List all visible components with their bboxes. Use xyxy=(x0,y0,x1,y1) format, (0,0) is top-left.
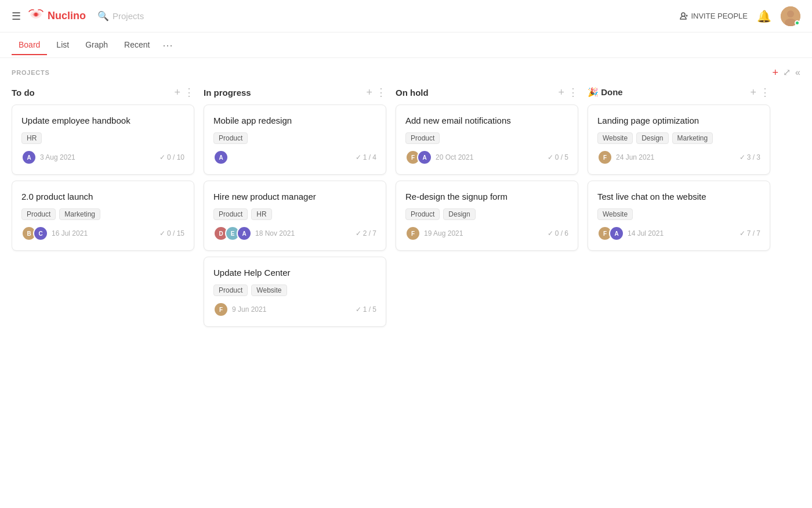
column-header-in-progress: In progress+⋮ xyxy=(204,87,386,98)
column-title-done: 🎉 Done xyxy=(588,87,746,98)
card-footer: A3 Aug 2021✓ 0 / 10 xyxy=(21,150,184,165)
collapse-button[interactable]: « xyxy=(795,68,800,77)
card-avatars: A xyxy=(21,150,33,165)
tab-board[interactable]: Board xyxy=(12,35,47,55)
search-icon: 🔍 xyxy=(97,10,109,21)
column-more-button-in-progress[interactable]: ⋮ xyxy=(376,87,386,98)
card-checklist: ✓ 0 / 15 xyxy=(160,229,184,237)
column-more-button-on-hold[interactable]: ⋮ xyxy=(568,87,578,98)
search-area[interactable]: 🔍 Projects xyxy=(97,10,672,21)
card[interactable]: Re-design the signup formProductDesignF1… xyxy=(396,181,578,251)
card-date: 19 Aug 2021 xyxy=(424,229,544,237)
card-tag: Product xyxy=(213,208,248,220)
avatar: A xyxy=(21,150,37,165)
tab-graph[interactable]: Graph xyxy=(78,35,115,55)
card[interactable]: Mobile app redesignProductA✓ 1 / 4 xyxy=(204,105,386,175)
add-card-button-done[interactable]: + xyxy=(750,87,756,98)
card-tags: HR xyxy=(21,132,184,144)
card-title: Hire new product manager xyxy=(213,190,376,203)
card-date: 16 Jul 2021 xyxy=(52,229,156,237)
column-title-in-progress: In progress xyxy=(204,88,362,98)
logo: Nuclino xyxy=(28,8,86,24)
logo-text: Nuclino xyxy=(48,10,86,22)
expand-button[interactable]: ⤢ xyxy=(783,68,791,77)
checklist-icon: ✓ xyxy=(356,153,361,161)
checklist-icon: ✓ xyxy=(548,153,553,161)
tab-list[interactable]: List xyxy=(49,35,76,55)
card-avatars: F xyxy=(213,302,225,317)
card-title: Update employee handbook xyxy=(21,114,184,127)
card-tag: Product xyxy=(405,208,440,220)
card-title: Update Help Center xyxy=(213,266,376,279)
column-more-button-todo[interactable]: ⋮ xyxy=(184,87,194,98)
column-header-todo: To do+⋮ xyxy=(12,87,194,98)
card[interactable]: Hire new product managerProductHRDEA18 N… xyxy=(204,181,386,251)
avatar: A xyxy=(237,226,252,241)
card-date: 14 Jul 2021 xyxy=(628,229,736,237)
card-avatars: FA xyxy=(597,226,621,241)
column-todo: To do+⋮Update employee handbookHRA3 Aug … xyxy=(12,87,194,257)
column-more-button-done[interactable]: ⋮ xyxy=(760,87,770,98)
tabs-more-icon[interactable]: ⋯ xyxy=(159,39,176,52)
card-footer: F24 Jun 2021✓ 3 / 3 xyxy=(597,150,760,165)
card-footer: FA14 Jul 2021✓ 7 / 7 xyxy=(597,226,760,241)
avatar: F xyxy=(405,226,420,241)
card[interactable]: Test live chat on the websiteWebsiteFA14… xyxy=(588,181,770,251)
card[interactable]: Landing page optimizationWebsiteDesignMa… xyxy=(588,105,770,175)
column-header-on-hold: On hold+⋮ xyxy=(396,87,578,98)
card-title: Re-design the signup form xyxy=(405,190,568,203)
board-actions: + ⤢ « xyxy=(773,67,800,78)
card-tag: Product xyxy=(213,132,248,144)
column-in-progress: In progress+⋮Mobile app redesignProductA… xyxy=(204,87,386,333)
card-tags: Product xyxy=(213,132,376,144)
invite-label: INVITE PEOPLE xyxy=(691,12,748,20)
column-title-todo: To do xyxy=(12,88,171,98)
hamburger-icon[interactable]: ☰ xyxy=(12,10,21,23)
checklist-icon: ✓ xyxy=(160,229,165,237)
card-date: 20 Oct 2021 xyxy=(436,153,544,161)
board-header: PROJECTS + ⤢ « xyxy=(12,67,800,78)
notification-bell-icon[interactable]: 🔔 xyxy=(757,9,771,23)
tab-recent[interactable]: Recent xyxy=(117,35,157,55)
logo-icon xyxy=(28,8,44,24)
card-footer: A✓ 1 / 4 xyxy=(213,150,376,165)
card[interactable]: 2.0 product launchProductMarketingBC16 J… xyxy=(12,181,194,251)
card-tags: WebsiteDesignMarketing xyxy=(597,132,760,144)
card-footer: DEA18 Nov 2021✓ 2 / 7 xyxy=(213,226,376,241)
card[interactable]: Add new email notificationsProductFA20 O… xyxy=(396,105,578,175)
card-date: 24 Jun 2021 xyxy=(616,153,736,161)
card-avatars: FA xyxy=(405,150,429,165)
card-date: 18 Nov 2021 xyxy=(255,229,352,237)
card-title: Mobile app redesign xyxy=(213,114,376,127)
header: ☰ Nuclino 🔍 Projects INVITE PEOPLE 🔔 xyxy=(0,0,812,33)
card-checklist: ✓ 3 / 3 xyxy=(740,153,760,161)
card-tags: Product xyxy=(405,132,568,144)
card[interactable]: Update employee handbookHRA3 Aug 2021✓ 0… xyxy=(12,105,194,175)
checklist-icon: ✓ xyxy=(740,229,745,237)
avatar: F xyxy=(597,150,612,165)
card-footer: FA20 Oct 2021✓ 0 / 5 xyxy=(405,150,568,165)
card-tag: HR xyxy=(251,208,271,220)
board-area: PROJECTS + ⤢ « To do+⋮Update employee ha… xyxy=(0,58,812,342)
avatar: A xyxy=(417,150,432,165)
card-tags: ProductHR xyxy=(213,208,376,220)
card-tag: Product xyxy=(21,208,56,220)
card-footer: F9 Jun 2021✓ 1 / 5 xyxy=(213,302,376,317)
column-header-done: 🎉 Done+⋮ xyxy=(588,87,770,98)
invite-people-button[interactable]: INVITE PEOPLE xyxy=(679,12,748,21)
add-column-button[interactable]: + xyxy=(773,67,779,78)
user-avatar[interactable] xyxy=(781,6,800,26)
add-card-button-on-hold[interactable]: + xyxy=(558,87,564,98)
card-checklist: ✓ 2 / 7 xyxy=(356,229,376,237)
card-tag: Website xyxy=(251,284,287,296)
card-checklist: ✓ 1 / 4 xyxy=(356,153,376,161)
add-card-button-in-progress[interactable]: + xyxy=(366,87,372,98)
avatar: A xyxy=(609,226,624,241)
card[interactable]: Update Help CenterProductWebsiteF9 Jun 2… xyxy=(204,257,386,327)
column-on-hold: On hold+⋮Add new email notificationsProd… xyxy=(396,87,578,257)
header-right: INVITE PEOPLE 🔔 xyxy=(679,6,800,26)
card-tags: ProductWebsite xyxy=(213,284,376,296)
add-card-button-todo[interactable]: + xyxy=(174,87,180,98)
card-tag: Design xyxy=(636,132,668,144)
search-placeholder: Projects xyxy=(113,11,144,21)
